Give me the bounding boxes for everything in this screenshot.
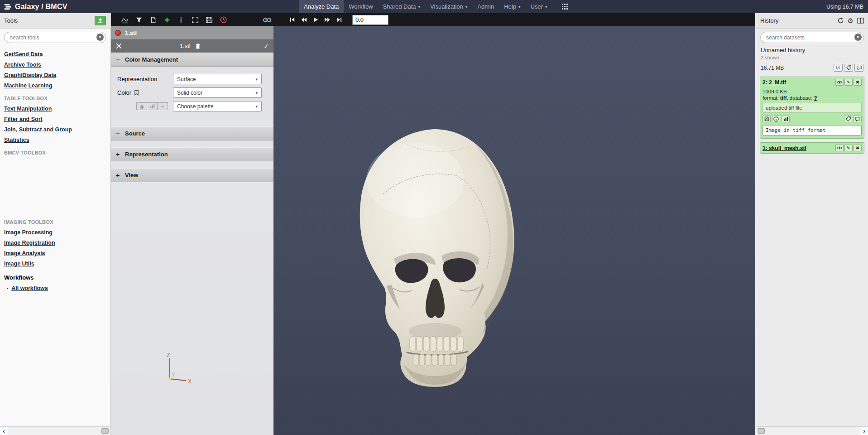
section-view[interactable]: + View — [111, 168, 273, 182]
download-icon[interactable] — [762, 116, 771, 122]
skip-end-icon[interactable] — [336, 17, 342, 23]
tools-panel-scrollbar: ‹ — [0, 426, 110, 435]
all-workflows-link[interactable]: All workflows — [11, 285, 48, 291]
delete-icon[interactable] — [195, 43, 201, 49]
play-icon[interactable] — [312, 17, 319, 23]
tool-link-image-processing[interactable]: Image Processing — [4, 229, 106, 236]
section-title: Representation — [125, 151, 168, 158]
delete-icon[interactable]: ✖ — [854, 145, 862, 151]
section-representation[interactable]: + Representation — [111, 147, 273, 161]
axes-origin-dot — [168, 377, 171, 380]
save-icon[interactable] — [205, 16, 213, 24]
palette-select[interactable]: Choose palette ▾ — [173, 101, 262, 111]
history-annotation-icon[interactable] — [854, 64, 863, 72]
section-color-management[interactable]: − Color Management — [111, 53, 273, 67]
check-icon[interactable]: ✓ — [264, 43, 269, 50]
chevron-down-icon: ▾ — [418, 5, 421, 9]
bookmark-icon[interactable] — [134, 90, 139, 96]
collapse-left-panel-button[interactable]: ‹ — [0, 427, 8, 435]
tab-shared-data[interactable]: Shared Data▾ — [378, 0, 426, 13]
home-link[interactable]: Galaxy / BMCV — [4, 0, 67, 13]
tool-link-join-subtract-group[interactable]: Join, Subtract and Group — [4, 126, 106, 133]
tab-help[interactable]: Help▾ — [499, 0, 525, 13]
info-icon[interactable] — [177, 16, 185, 24]
chevron-down-icon: ▾ — [255, 91, 258, 95]
fast-forward-icon[interactable] — [324, 17, 331, 23]
file-icon[interactable] — [149, 16, 157, 24]
eye-icon[interactable] — [835, 79, 844, 86]
gear-icon[interactable]: ⚙ — [848, 17, 854, 24]
representation-select[interactable]: Surface ▾ — [173, 74, 262, 84]
tool-link-image-utils[interactable]: Image Utils — [4, 261, 106, 267]
pipeline-source-row[interactable]: 1.stl — [111, 26, 273, 39]
orientation-axes-widget[interactable]: Z X Y — [158, 351, 199, 392]
pencil-icon[interactable]: ✎ — [844, 145, 853, 151]
pipeline-active-row[interactable]: 1.stl ✓ — [111, 39, 273, 53]
pencil-icon[interactable]: ✎ — [844, 79, 853, 86]
multi-view-icon[interactable] — [857, 18, 864, 24]
scrollbar-handle[interactable] — [758, 428, 765, 434]
tool-link-archive-tools[interactable]: Archive Tools — [4, 62, 106, 68]
tab-analyze-data[interactable]: Analyze Data — [299, 0, 344, 13]
visualize-chart-icon[interactable] — [782, 116, 790, 122]
tool-link-image-analysis[interactable]: Image Analysis — [4, 250, 106, 256]
clock-icon[interactable] — [219, 16, 227, 24]
color-label-text: Color — [117, 89, 131, 96]
tool-link-filter-and-sort[interactable]: Filter and Sort — [4, 116, 106, 122]
select-datasets-icon[interactable]: ☑ — [834, 64, 843, 72]
tab-user[interactable]: User▾ — [526, 0, 552, 13]
dataset-header[interactable]: 2: 2_M.tif ✎ ✖ — [760, 77, 864, 87]
add-icon[interactable] — [163, 16, 171, 24]
upload-button[interactable] — [95, 16, 106, 25]
tab-workflow[interactable]: Workflow — [344, 0, 378, 13]
skip-start-icon[interactable] — [289, 17, 295, 23]
dataset-size: 1009.0 KB — [762, 89, 862, 94]
eye-icon[interactable] — [835, 145, 844, 151]
droplet-icon[interactable] — [136, 102, 147, 110]
section-source[interactable]: − Source — [111, 126, 273, 140]
dataset-title[interactable]: 1: skull_mesh.stl — [762, 145, 806, 151]
dataset-tags-icon[interactable] — [844, 116, 852, 122]
refresh-icon[interactable] — [837, 17, 844, 24]
expand-icon[interactable] — [191, 16, 199, 24]
chevron-right-icon: › — [863, 427, 865, 435]
tool-link-text-manipulation[interactable]: Text Manipulation — [4, 106, 106, 112]
scrollbar-handle[interactable] — [101, 428, 109, 434]
database-help-link[interactable]: ? — [814, 95, 817, 101]
chevron-down-icon: ▾ — [465, 5, 468, 9]
history-search-input[interactable] — [760, 32, 864, 43]
tab-visualization[interactable]: Visualization▾ — [425, 0, 472, 13]
dataset-meta: format:tiff, database:? — [762, 95, 862, 101]
tool-link-machine-learning[interactable]: Machine Learning — [4, 82, 106, 89]
tools-search: ✕ — [4, 32, 106, 43]
dataset-peek: Image in tiff format — [762, 125, 862, 135]
tab-admin[interactable]: Admin — [472, 0, 499, 13]
tool-link-statistics[interactable]: Statistics — [4, 137, 106, 143]
history-tags-icon[interactable] — [844, 64, 853, 72]
skull-3d-model[interactable] — [339, 126, 534, 392]
info-circle-icon[interactable] — [772, 116, 780, 122]
clear-search-icon[interactable]: ✕ — [854, 34, 862, 41]
tool-link-graph-display-data[interactable]: Graph/Display Data — [4, 72, 106, 78]
collapse-right-panel-button[interactable]: › — [860, 427, 868, 435]
tab-label: Workflow — [349, 3, 373, 10]
history-name[interactable]: Unnamed history — [761, 47, 863, 53]
histogram-icon[interactable] — [147, 102, 158, 110]
time-input[interactable] — [352, 15, 388, 25]
plot-icon[interactable] — [121, 16, 129, 24]
delete-icon[interactable]: ✖ — [854, 79, 862, 86]
filter-icon[interactable] — [135, 16, 143, 24]
grid-menu-icon[interactable] — [558, 0, 572, 13]
settings-cogs-icon[interactable]: ⚙⚙ — [259, 16, 273, 24]
tool-link-get-send-data[interactable]: Get/Send Data — [4, 51, 106, 58]
color-select[interactable]: Solid color ▾ — [173, 87, 262, 98]
range-button[interactable]: -- — [157, 102, 168, 110]
dataset-annotation-icon[interactable] — [854, 116, 862, 122]
dataset-title[interactable]: 2: 2_M.tif — [762, 79, 786, 86]
clear-search-icon[interactable]: ✕ — [96, 34, 104, 41]
collapse-icon: − — [116, 130, 121, 137]
dataset-header[interactable]: 1: skull_mesh.stl ✎ ✖ — [760, 143, 864, 153]
rewind-icon[interactable] — [301, 17, 307, 23]
tool-link-image-registration[interactable]: Image Registration — [4, 240, 106, 246]
tools-search-input[interactable] — [4, 32, 106, 43]
